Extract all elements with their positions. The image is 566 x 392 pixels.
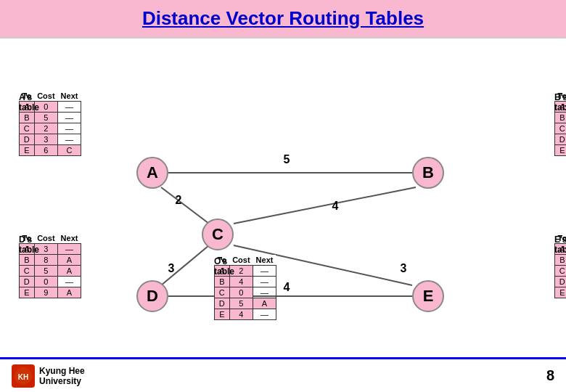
svg-text:KH: KH xyxy=(18,373,28,381)
node-a: A xyxy=(136,157,168,189)
svg-text:3: 3 xyxy=(168,262,175,274)
col-next: Next xyxy=(58,91,81,102)
node-b: B xyxy=(412,157,444,189)
table-row: B 8 A xyxy=(20,255,81,266)
logo-image: KH xyxy=(12,364,35,388)
table-row: D 0 — xyxy=(20,277,81,287)
table-row: D 3 — xyxy=(20,134,81,145)
svg-line-1 xyxy=(161,187,209,224)
network-diagram: 5 2 4 3 3 4 xyxy=(0,38,566,343)
table-row: B 4 — xyxy=(215,277,276,287)
table-row: C 4 — xyxy=(555,123,567,134)
col-next: Next xyxy=(58,233,81,244)
table-row: E 3 — xyxy=(555,145,567,156)
node-d: D xyxy=(136,280,168,312)
node-c: C xyxy=(202,219,234,250)
table-row: C 4 — xyxy=(555,266,567,277)
svg-text:4: 4 xyxy=(332,200,339,212)
table-row: B 0 — xyxy=(555,113,567,123)
table-row: E 0 — xyxy=(555,287,567,298)
university-logo: KH Kyung HeeUniversity xyxy=(12,364,85,388)
table-row: C 2 — xyxy=(20,123,81,134)
svg-line-2 xyxy=(234,187,416,224)
table-row: E 6 C xyxy=(20,145,81,156)
table-row: B 5 — xyxy=(20,113,81,123)
table-row: D 5 A xyxy=(215,298,276,309)
col-cost: Cost xyxy=(34,91,57,102)
main-content: 5 2 4 3 3 4 A B C D E To Cost Next xyxy=(0,38,566,380)
footer: KH Kyung HeeUniversity 8 xyxy=(0,357,566,392)
page-title: Distance Vector Routing Tables xyxy=(0,7,566,30)
table-row: E 9 A xyxy=(20,287,81,298)
svg-text:5: 5 xyxy=(284,153,290,166)
table-row: B 3 — xyxy=(555,255,567,266)
col-cost: Cost xyxy=(34,233,57,244)
node-e: E xyxy=(412,280,444,312)
svg-text:3: 3 xyxy=(401,262,407,274)
table-row: D 8 A xyxy=(555,134,567,145)
page-number: 8 xyxy=(546,367,554,384)
col-cost: Cost xyxy=(229,255,253,266)
col-next: Next xyxy=(253,255,276,266)
university-name: Kyung HeeUniversity xyxy=(39,366,85,386)
table-row: C 5 A xyxy=(20,266,81,277)
table-row: E 4 — xyxy=(215,309,276,320)
svg-text:4: 4 xyxy=(284,281,290,293)
table-row: D 9 C xyxy=(555,277,567,287)
header: Distance Vector Routing Tables xyxy=(0,0,566,38)
svg-text:2: 2 xyxy=(176,194,182,206)
table-row: C 0 — xyxy=(215,287,276,298)
